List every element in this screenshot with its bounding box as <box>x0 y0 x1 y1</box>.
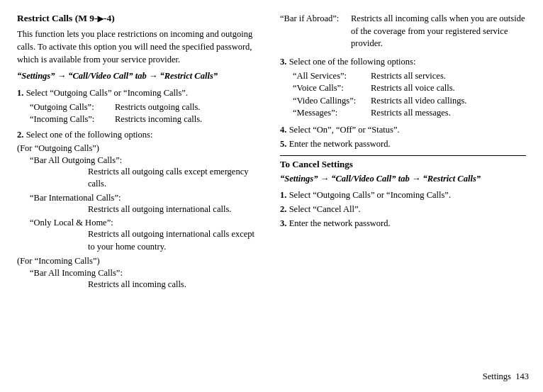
voice-calls-label: “Voice Calls”: <box>293 82 371 95</box>
step1-text: Select “Outgoing Calls” or “Incoming Cal… <box>26 88 188 98</box>
all-services-label: “All Services”: <box>293 70 371 83</box>
page: Restrict Calls (M 9-▶-4) This function l… <box>0 0 543 392</box>
page-number: Settings 143 <box>483 371 529 382</box>
settings-path: “Settings” → “Call/Video Call” tab → “Re… <box>17 70 263 83</box>
only-local-desc: Restricts all outgoing international cal… <box>17 228 263 253</box>
step5-text: Enter the network password. <box>289 139 391 149</box>
bar-all-block: “Bar All Outgoing Calls”: Restricts all … <box>17 155 263 191</box>
step3-block: 3. Select one of the following options: <box>280 56 526 67</box>
bar-all-desc: Restricts all outgoing calls except emer… <box>17 166 263 191</box>
messages-label: “Messages”: <box>293 107 371 120</box>
cancel-step1-text: Select “Outgoing Calls” or “Incoming Cal… <box>289 190 451 200</box>
left-column: Restrict Calls (M 9-▶-4) This function l… <box>17 13 263 383</box>
cancel-step3-block: 3. Enter the network password. <box>280 218 526 229</box>
step4-text: Select “On”, “Off” or “Status”. <box>289 125 400 135</box>
cancel-step2-num: 2. <box>280 204 286 214</box>
step3-text: Select one of the following options: <box>289 57 416 67</box>
page-title: Restrict Calls (M 9-▶-4) <box>17 13 263 24</box>
for-outgoing-label: (For “Outgoing Calls”) <box>17 143 263 154</box>
menu-icon: ▶ <box>98 14 103 23</box>
step2-num: 2. <box>17 130 23 140</box>
bar-intl-desc: Restricts all outgoing international cal… <box>17 203 263 216</box>
bar-incoming-block: “Bar All Incoming Calls”: Restricts all … <box>17 268 263 291</box>
bar-all-label: “Bar All Outgoing Calls”: <box>17 155 263 166</box>
step5-num: 5. <box>280 139 286 149</box>
only-local-block: “Only Local & Home”: Restricts all outgo… <box>17 218 263 253</box>
bar-abroad-block: “Bar if Abroad”: Restricts all incoming … <box>280 13 526 50</box>
cancel-step1-block: 1. Select “Outgoing Calls” or “Incoming … <box>280 189 526 201</box>
video-callings-label: “Video Callings”: <box>293 95 371 108</box>
outgoing-row: “Outgoing Calls”: Restricts outgoing cal… <box>17 101 263 114</box>
cancel-step3-text: Enter the network password. <box>289 218 391 228</box>
incoming-row: “Incoming Calls”: Restricts incoming cal… <box>17 113 263 126</box>
incoming-desc: Restricts incoming calls. <box>115 113 263 126</box>
messages-desc: Restricts all messages. <box>371 107 451 120</box>
title-main: Restrict Calls (M 9- <box>17 13 98 23</box>
step1-block: 1. Select “Outgoing Calls” or “Incoming … <box>17 87 263 99</box>
bar-abroad-desc: Restricts all incoming calls when you ar… <box>351 13 526 50</box>
step4-block: 4. Select “On”, “Off” or “Status”. <box>280 124 526 135</box>
bar-abroad-label: “Bar if Abroad”: <box>280 13 351 50</box>
cancel-step3-num: 3. <box>280 218 286 228</box>
right-column: “Bar if Abroad”: Restricts all incoming … <box>280 13 526 383</box>
title-suffix: -4) <box>103 13 115 23</box>
all-services-row: “All Services”: Restricts all services. <box>280 70 526 83</box>
voice-calls-row: “Voice Calls”: Restricts all voice calls… <box>280 82 526 95</box>
for-incoming-label: (For “Incoming Calls”) <box>17 256 263 267</box>
video-callings-row: “Video Callings”: Restricts all video ca… <box>280 95 526 108</box>
voice-calls-desc: Restricts all voice calls. <box>371 82 455 95</box>
step1-num: 1. <box>17 88 23 98</box>
step5-block: 5. Enter the network password. <box>280 138 526 150</box>
intro-text: This function lets you place restriction… <box>17 28 263 66</box>
step4-num: 4. <box>280 125 286 135</box>
outgoing-label: “Outgoing Calls”: <box>30 101 115 114</box>
cancel-step2-block: 2. Select “Cancel All”. <box>280 203 526 215</box>
outgoing-desc: Restricts outgoing calls. <box>115 101 263 114</box>
cancel-step1-num: 1. <box>280 190 286 200</box>
messages-row: “Messages”: Restricts all messages. <box>280 107 526 120</box>
video-callings-desc: Restricts all video callings. <box>371 95 466 108</box>
step3-num: 3. <box>280 57 286 67</box>
step2-block: 2. Select one of the following options: <box>17 129 263 140</box>
bar-intl-label: “Bar International Calls”: <box>17 193 263 203</box>
cancel-section-title: To Cancel Settings <box>280 155 526 170</box>
incoming-label: “Incoming Calls”: <box>30 113 115 126</box>
all-services-desc: Restricts all services. <box>371 70 446 83</box>
cancel-path: “Settings” → “Call/Video Call” tab → “Re… <box>280 173 526 186</box>
bar-intl-block: “Bar International Calls”: Restricts all… <box>17 193 263 216</box>
bar-abroad-row: “Bar if Abroad”: Restricts all incoming … <box>280 13 526 50</box>
step2-text: Select one of the following options: <box>26 130 153 140</box>
bar-incoming-label: “Bar All Incoming Calls”: <box>17 268 263 279</box>
bar-incoming-desc: Restricts all incoming calls. <box>17 279 263 291</box>
cancel-step2-text: Select “Cancel All”. <box>289 204 361 214</box>
only-local-label: “Only Local & Home”: <box>17 218 263 228</box>
